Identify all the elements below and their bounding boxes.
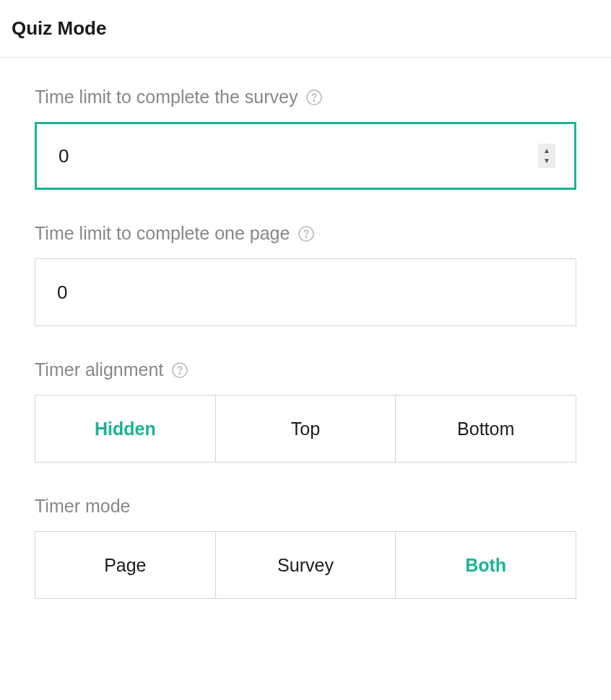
help-icon[interactable] — [172, 362, 188, 378]
timer-alignment-button-group: Hidden Top Bottom — [35, 395, 576, 463]
field-page-time-limit: Time limit to complete one page — [35, 223, 576, 326]
timer-mode-button-group: Page Survey Both — [35, 531, 576, 599]
timer-alignment-label: Timer alignment — [35, 359, 163, 380]
timer-alignment-hidden-button[interactable]: Hidden — [35, 395, 216, 463]
page-time-limit-input[interactable] — [57, 281, 554, 304]
field-survey-time-limit: Time limit to complete the survey ▲ ▼ — [35, 87, 576, 190]
svg-point-1 — [313, 100, 315, 101]
field-label-row: Time limit to complete one page — [35, 223, 576, 244]
timer-mode-page-button[interactable]: Page — [35, 531, 216, 599]
help-icon[interactable] — [298, 226, 314, 242]
page-time-limit-label: Time limit to complete one page — [35, 223, 290, 244]
spinner-down-icon[interactable]: ▼ — [543, 156, 550, 166]
svg-point-3 — [306, 236, 307, 237]
content-area: Time limit to complete the survey ▲ ▼ Ti… — [0, 58, 611, 661]
field-label-row: Timer mode — [35, 496, 576, 517]
timer-alignment-top-button[interactable]: Top — [216, 395, 396, 463]
spinner-up-icon[interactable]: ▲ — [543, 146, 550, 156]
spinner-controls: ▲ ▼ — [538, 144, 555, 168]
section-header: Quiz Mode — [0, 0, 611, 58]
survey-time-limit-input-wrapper: ▲ ▼ — [35, 122, 576, 190]
timer-mode-label: Timer mode — [35, 496, 130, 517]
field-timer-mode: Timer mode Page Survey Both — [35, 496, 576, 599]
svg-point-5 — [179, 372, 181, 374]
field-label-row: Time limit to complete the survey — [35, 87, 576, 108]
field-timer-alignment: Timer alignment Hidden Top Bottom — [35, 359, 576, 463]
timer-alignment-bottom-button[interactable]: Bottom — [396, 395, 576, 463]
field-label-row: Timer alignment — [35, 359, 576, 380]
survey-time-limit-input[interactable] — [58, 145, 552, 167]
help-icon[interactable] — [306, 89, 322, 105]
section-title: Quiz Mode — [12, 17, 599, 40]
survey-time-limit-label: Time limit to complete the survey — [35, 87, 298, 108]
timer-mode-both-button[interactable]: Both — [396, 531, 576, 599]
timer-mode-survey-button[interactable]: Survey — [216, 531, 396, 599]
page-time-limit-input-wrapper — [35, 258, 576, 326]
